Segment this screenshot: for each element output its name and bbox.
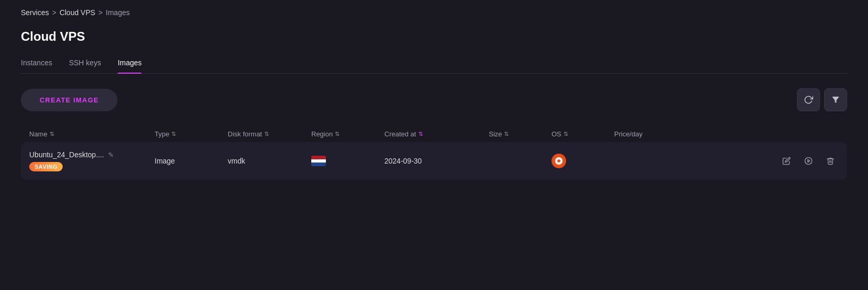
col-size[interactable]: Size ⇅ bbox=[489, 130, 552, 138]
cell-price-actions bbox=[614, 153, 839, 169]
svg-marker-1 bbox=[808, 159, 810, 162]
image-name: Ubuntu_24_Desktop.... bbox=[29, 150, 104, 159]
toolbar: CREATE IMAGE bbox=[21, 88, 847, 111]
tab-ssh-keys[interactable]: SSH keys bbox=[69, 59, 101, 73]
image-disk-format: vmdk bbox=[228, 157, 245, 165]
edit-icon bbox=[782, 157, 791, 165]
flag-nl bbox=[311, 156, 326, 166]
col-os[interactable]: OS ⇅ bbox=[552, 130, 614, 138]
breadcrumb-cloud-vps[interactable]: Cloud VPS bbox=[60, 8, 95, 17]
table-container: Name ⇅ Type ⇅ Disk format ⇅ Region ⇅ Cre… bbox=[21, 126, 847, 180]
filter-icon bbox=[831, 95, 840, 105]
sort-name-icon: ⇅ bbox=[50, 131, 54, 137]
play-image-button[interactable] bbox=[800, 153, 817, 169]
col-type[interactable]: Type ⇅ bbox=[155, 130, 228, 138]
sort-disk-icon: ⇅ bbox=[264, 131, 269, 137]
sort-type-icon: ⇅ bbox=[171, 131, 176, 137]
ubuntu-os-icon bbox=[552, 154, 566, 168]
col-created-at[interactable]: Created at ⇅ bbox=[384, 130, 489, 138]
table-header: Name ⇅ Type ⇅ Disk format ⇅ Region ⇅ Cre… bbox=[21, 126, 847, 142]
refresh-icon bbox=[804, 95, 813, 105]
trash-icon bbox=[826, 157, 835, 165]
sort-created-icon: ⇅ bbox=[418, 131, 423, 137]
table-row: Ubuntu_24_Desktop.... ✎ SAVING Image vmd… bbox=[21, 142, 847, 180]
cell-type: Image bbox=[155, 157, 228, 165]
col-region[interactable]: Region ⇅ bbox=[311, 130, 384, 138]
delete-image-button[interactable] bbox=[822, 153, 839, 169]
col-price-day: Price/day bbox=[614, 130, 839, 138]
filter-button[interactable] bbox=[824, 88, 847, 111]
play-icon bbox=[804, 157, 813, 165]
toolbar-actions bbox=[797, 88, 847, 111]
saving-badge: SAVING bbox=[29, 162, 63, 171]
image-created-at: 2024-09-30 bbox=[384, 157, 422, 165]
cell-disk-format: vmdk bbox=[228, 157, 311, 165]
sort-size-icon: ⇅ bbox=[504, 131, 509, 137]
cell-name: Ubuntu_24_Desktop.... ✎ SAVING bbox=[29, 150, 155, 171]
col-name[interactable]: Name ⇅ bbox=[29, 130, 155, 138]
cell-created-at: 2024-09-30 bbox=[384, 157, 489, 165]
sort-os-icon: ⇅ bbox=[564, 131, 568, 137]
breadcrumb-sep-1: > bbox=[52, 8, 56, 17]
breadcrumb-current: Images bbox=[106, 8, 130, 17]
create-image-button[interactable]: CREATE IMAGE bbox=[21, 89, 118, 111]
svg-point-0 bbox=[805, 157, 812, 164]
edit-image-button[interactable] bbox=[778, 153, 795, 169]
page-title: Cloud VPS bbox=[21, 29, 847, 44]
cell-os bbox=[552, 154, 614, 168]
breadcrumb: Services > Cloud VPS > Images bbox=[21, 8, 847, 17]
tabs-container: Instances SSH keys Images bbox=[21, 59, 847, 74]
col-disk-format[interactable]: Disk format ⇅ bbox=[228, 130, 311, 138]
sort-region-icon: ⇅ bbox=[335, 131, 339, 137]
breadcrumb-services[interactable]: Services bbox=[21, 8, 49, 17]
image-type: Image bbox=[155, 157, 175, 165]
name-row: Ubuntu_24_Desktop.... ✎ bbox=[29, 150, 155, 159]
breadcrumb-sep-2: > bbox=[98, 8, 102, 17]
tab-instances[interactable]: Instances bbox=[21, 59, 52, 73]
tab-images[interactable]: Images bbox=[118, 59, 142, 73]
refresh-button[interactable] bbox=[797, 88, 820, 111]
cell-region bbox=[311, 156, 384, 166]
edit-name-icon[interactable]: ✎ bbox=[108, 151, 114, 159]
